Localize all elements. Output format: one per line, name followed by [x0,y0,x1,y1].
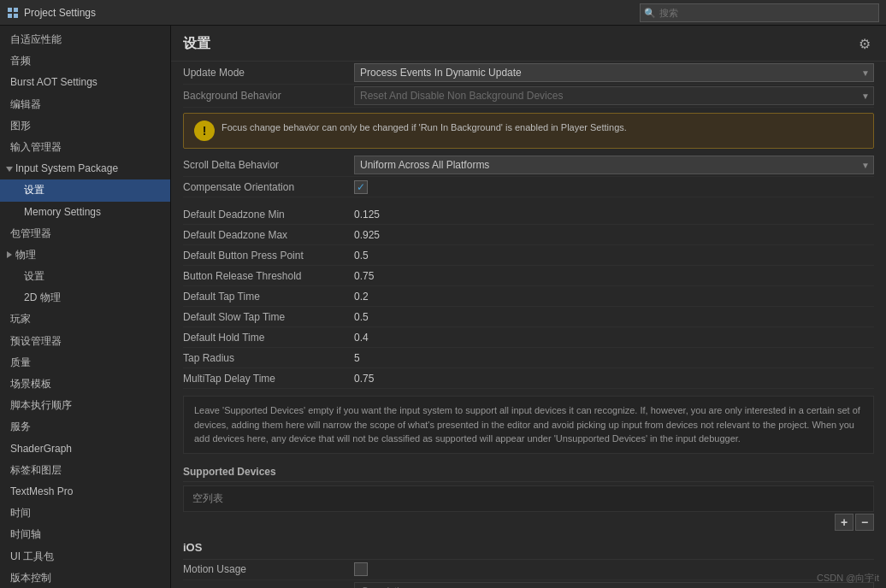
settings-section: Update Mode Process Events In Dynamic Up… [171,62,886,588]
physics-triangle-icon [7,251,12,258]
sidebar-item-preset[interactable]: 预设管理器 [0,331,170,352]
sidebar-item-shader-graph[interactable]: ShaderGraph [0,438,170,460]
search-bar[interactable]: 🔍 [640,3,879,22]
update-mode-dropdown[interactable]: Process Events In Dynamic Update ▼ [354,63,874,82]
sidebar-item-editor[interactable]: 编辑器 [0,94,170,115]
button-press-label: Default Button Press Point [183,250,354,262]
motion-usage-row: Motion Usage [183,560,874,580]
svg-rect-1 [14,8,18,12]
slow-tap-time-row: Default Slow Tap Time 0.5 [183,307,874,327]
sidebar: 自适应性能 音频 Burst AOT Settings 编辑器 图形 输入管理器… [0,26,171,588]
multitap-delay-label: MultiTap Delay Time [183,373,354,385]
list-controls: + − [183,514,874,531]
compensate-orientation-label: Compensate Orientation [183,181,354,193]
sidebar-item-graphics[interactable]: 图形 [0,115,170,137]
slow-tap-time-value: 0.5 [354,311,874,323]
expand-triangle-icon [6,167,13,172]
add-device-button[interactable]: + [835,514,854,531]
multitap-delay-value: 0.75 [354,373,874,385]
content-area: 设置 ⚙ Update Mode Process Events In Dynam… [171,26,886,588]
sidebar-item-textmesh-pro[interactable]: TextMesh Pro [0,481,170,503]
sidebar-item-audio[interactable]: 音频 [0,50,170,72]
svg-rect-2 [8,14,12,18]
scroll-delta-select[interactable]: Uniform Across All Platforms [354,156,874,174]
update-mode-label: Update Mode [183,67,354,79]
project-settings-icon [7,7,19,19]
sidebar-item-quality[interactable]: 质量 [0,352,170,373]
sidebar-item-package-manager[interactable]: 包管理器 [0,223,170,244]
remove-device-button[interactable]: − [855,514,874,531]
compensate-orientation-row: Compensate Orientation [183,177,874,197]
supported-devices-list: 空列表 [183,485,874,512]
warning-text: Focus change behavior can only be change… [222,121,627,135]
button-release-row: Button Release Threshold 0.75 [183,266,874,286]
scroll-delta-label: Scroll Delta Behavior [183,159,354,171]
hold-time-value: 0.4 [354,332,874,344]
button-press-row: Default Button Press Point 0.5 [183,245,874,266]
sidebar-item-burst[interactable]: Burst AOT Settings [0,72,170,93]
info-text-box: Leave 'Supported Devices' empty if you w… [183,396,874,454]
svg-rect-0 [8,8,12,12]
sidebar-item-services[interactable]: 服务 [0,416,170,438]
sidebar-item-adaptive[interactable]: 自适应性能 [0,29,170,50]
update-mode-select[interactable]: Process Events In Dynamic Update [354,63,874,82]
sidebar-item-tags-layers[interactable]: 标签和图层 [0,460,170,481]
sidebar-group-input-system[interactable]: Input System Package [0,158,170,179]
warning-box: ! Focus change behavior can only be chan… [183,113,874,149]
title-bar: Project Settings 🔍 [0,0,886,26]
ios-title: iOS [183,538,874,560]
deadzone-max-value: 0.925 [354,229,874,241]
page-title: 设置 [183,35,210,53]
info-text: Leave 'Supported Devices' empty if you w… [194,405,860,444]
sidebar-item-script-order[interactable]: 脚本执行顺序 [0,395,170,416]
svg-rect-3 [14,14,18,18]
sidebar-item-player[interactable]: 玩家 [0,309,170,330]
sidebar-item-physics2d[interactable]: 2D 物理 [0,287,170,309]
scroll-delta-dropdown[interactable]: Uniform Across All Platforms ▼ [354,156,874,174]
scroll-delta-row: Scroll Delta Behavior Uniform Across All… [183,154,874,177]
warning-icon: ! [194,121,215,141]
spacer [183,197,874,204]
sidebar-item-scene-template[interactable]: 场景模板 [0,373,170,395]
deadzone-min-row: Default Deadzone Min 0.125 [183,204,874,225]
search-icon: 🔍 [644,7,656,18]
deadzone-max-label: Default Deadzone Max [183,229,354,241]
sidebar-item-memory[interactable]: Memory Settings [0,202,170,223]
hold-time-label: Default Hold Time [183,332,354,344]
multitap-delay-row: MultiTap Delay Time 0.75 [183,368,874,389]
deadzone-min-value: 0.125 [354,209,874,220]
tap-time-label: Default Tap Time [183,291,354,303]
tap-radius-value: 5 [354,352,874,364]
ios-section: iOS Motion Usage [183,538,874,589]
update-mode-row: Update Mode Process Events In Dynamic Up… [183,62,874,85]
sidebar-item-ui-toolkit[interactable]: UI 工具包 [0,546,170,567]
supported-devices-header: Supported Devices [183,461,874,482]
empty-list-label: 空列表 [192,491,223,506]
slow-tap-time-label: Default Slow Tap Time [183,311,354,323]
search-input[interactable] [640,3,879,22]
sidebar-item-timeline[interactable]: 时间轴 [0,524,170,545]
background-behavior-dropdown[interactable]: Reset And Disable Non Background Devices… [354,86,874,105]
sidebar-group-physics[interactable]: 物理 [0,244,170,266]
content-header: 设置 ⚙ [171,26,886,62]
description-input[interactable] [354,582,874,589]
button-press-value: 0.5 [354,250,874,262]
sidebar-item-version-control[interactable]: 版本控制 [0,567,170,588]
gear-button[interactable]: ⚙ [855,34,874,54]
supported-devices-section: Supported Devices 空列表 + − [183,461,874,531]
tap-radius-row: Tap Radius 5 [183,348,874,368]
tap-time-value: 0.2 [354,291,874,303]
sidebar-item-settings2[interactable]: 设置 [0,266,170,287]
sidebar-item-settings[interactable]: 设置 [0,179,170,201]
compensate-orientation-checkbox[interactable] [354,180,368,194]
background-behavior-select[interactable]: Reset And Disable Non Background Devices [354,86,874,105]
sidebar-item-input-manager[interactable]: 输入管理器 [0,137,170,158]
deadzone-max-row: Default Deadzone Max 0.925 [183,225,874,245]
watermark: CSDN @向宇it [817,572,879,585]
motion-usage-label: Motion Usage [183,563,354,575]
button-release-label: Button Release Threshold [183,270,354,282]
sidebar-item-time[interactable]: 时间 [0,503,170,524]
deadzone-min-label: Default Deadzone Min [183,209,354,220]
motion-usage-checkbox[interactable] [354,562,368,576]
window-title: Project Settings [24,7,96,19]
